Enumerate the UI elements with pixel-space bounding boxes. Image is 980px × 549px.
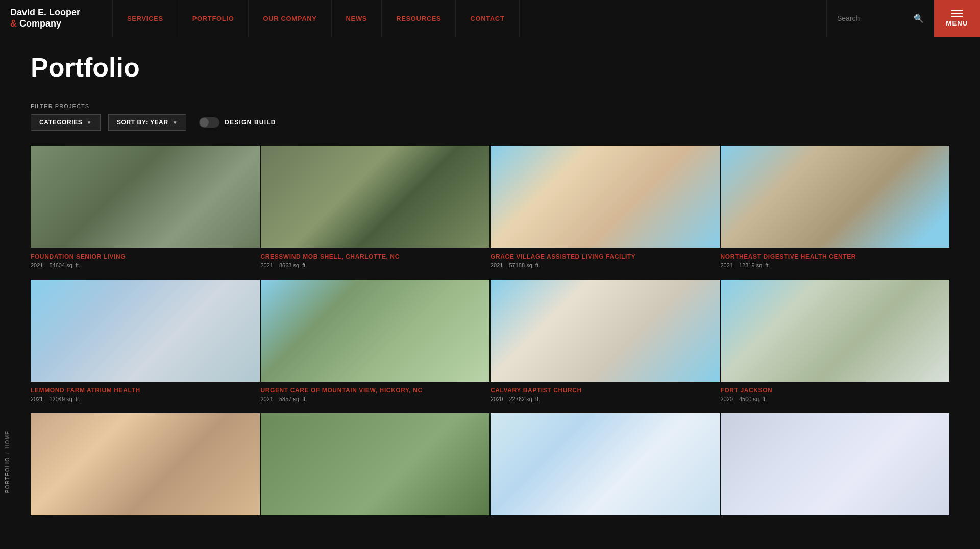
portfolio-image-9 — [261, 413, 490, 515]
portfolio-image-4 — [31, 280, 260, 382]
portfolio-year-7: 2020 — [721, 396, 733, 402]
portfolio-name-1: CRESSWIND MOB SHELL, CHARLOTTE, NC — [261, 253, 490, 260]
portfolio-item-urgent-care-mountain-view[interactable]: URGENT CARE OF MOUNTAIN VIEW, HICKORY, N… — [261, 280, 490, 412]
portfolio-meta-6: 202022762 sq. ft. — [491, 396, 720, 402]
sort-button[interactable]: SORT BY: YEAR ▼ — [108, 114, 186, 131]
portfolio-name-4: LEMMOND FARM ATRIUM HEALTH — [31, 387, 260, 394]
portfolio-meta-0: 202154604 sq. ft. — [31, 262, 260, 268]
portfolio-grid: FOUNDATION SENIOR LIVING202154604 sq. ft… — [31, 146, 949, 531]
nav-contact[interactable]: CONTACT — [456, 0, 519, 37]
portfolio-image-5 — [261, 280, 490, 382]
breadcrumb-separator: / — [5, 452, 11, 454]
portfolio-year-0: 2021 — [31, 262, 43, 268]
nav-resources[interactable]: RESOURCES — [382, 0, 456, 37]
portfolio-item-fort-jackson[interactable]: FORT JACKSON20204500 sq. ft. — [721, 280, 950, 412]
page-title: Portfolio — [31, 37, 949, 93]
portfolio-info-4: LEMMOND FARM ATRIUM HEALTH202112049 sq. … — [31, 382, 260, 412]
portfolio-info-11 — [721, 515, 950, 531]
portfolio-size-3: 12319 sq. ft. — [739, 262, 770, 268]
sort-label: SORT BY: YEAR — [117, 119, 168, 126]
nav-links: SERVICES PORTFOLIO OUR COMPANY NEWS RESO… — [112, 0, 826, 37]
portfolio-info-6: CALVARY BAPTIST CHURCH202022762 sq. ft. — [491, 382, 720, 412]
portfolio-item-project-10[interactable] — [261, 413, 490, 531]
nav-services[interactable]: SERVICES — [112, 0, 178, 37]
breadcrumb-home[interactable]: HOME — [5, 430, 11, 448]
portfolio-image-1 — [261, 146, 490, 248]
portfolio-meta-3: 202112319 sq. ft. — [721, 262, 950, 268]
portfolio-size-0: 54604 sq. ft. — [49, 262, 80, 268]
portfolio-year-4: 2021 — [31, 396, 43, 402]
portfolio-info-2: GRACE VILLAGE ASSISTED LIVING FACILITY20… — [491, 248, 720, 279]
portfolio-meta-1: 20218663 sq. ft. — [261, 262, 490, 268]
portfolio-image-6 — [491, 280, 720, 382]
menu-label: MENU — [946, 19, 968, 27]
search-input[interactable] — [837, 14, 914, 22]
logo[interactable]: David E. Looper& Company — [0, 0, 112, 37]
portfolio-size-4: 12049 sq. ft. — [49, 396, 80, 402]
portfolio-name-2: GRACE VILLAGE ASSISTED LIVING FACILITY — [491, 253, 720, 260]
portfolio-image-0 — [31, 146, 260, 248]
portfolio-image-10 — [491, 413, 720, 515]
portfolio-item-project-11[interactable] — [491, 413, 720, 531]
portfolio-info-9 — [261, 515, 490, 531]
sort-arrow-icon: ▼ — [173, 120, 178, 126]
categories-label: CATEGORIES — [39, 119, 82, 126]
portfolio-year-1: 2021 — [261, 262, 273, 268]
portfolio-size-2: 57188 sq. ft. — [509, 262, 540, 268]
portfolio-info-10 — [491, 515, 720, 531]
page-content: Portfolio FILTER PROJECTS CATEGORIES ▼ S… — [0, 37, 980, 549]
portfolio-meta-5: 20215857 sq. ft. — [261, 396, 490, 402]
portfolio-image-7 — [721, 280, 950, 382]
portfolio-info-3: NORTHEAST DIGESTIVE HEALTH CENTER2021123… — [721, 248, 950, 279]
menu-lines-icon — [951, 10, 963, 17]
portfolio-item-project-12[interactable] — [721, 413, 950, 531]
portfolio-image-3 — [721, 146, 950, 248]
portfolio-name-7: FORT JACKSON — [721, 387, 950, 394]
search-area: 🔍 — [826, 0, 934, 37]
categories-button[interactable]: CATEGORIES ▼ — [31, 114, 101, 131]
breadcrumb-current: PORTFOLIO — [5, 457, 11, 493]
filter-bar: FILTER PROJECTS CATEGORIES ▼ SORT BY: YE… — [31, 103, 949, 131]
menu-button[interactable]: MENU — [934, 0, 980, 37]
search-icon[interactable]: 🔍 — [914, 14, 924, 23]
portfolio-info-0: FOUNDATION SENIOR LIVING202154604 sq. ft… — [31, 248, 260, 279]
portfolio-item-grace-village[interactable]: GRACE VILLAGE ASSISTED LIVING FACILITY20… — [491, 146, 720, 279]
portfolio-image-8 — [31, 413, 260, 515]
main-nav: David E. Looper& Company SERVICES PORTFO… — [0, 0, 980, 37]
portfolio-meta-7: 20204500 sq. ft. — [721, 396, 950, 402]
nav-portfolio[interactable]: PORTFOLIO — [178, 0, 249, 37]
portfolio-image-2 — [491, 146, 720, 248]
portfolio-meta-4: 202112049 sq. ft. — [31, 396, 260, 402]
portfolio-name-6: CALVARY BAPTIST CHURCH — [491, 387, 720, 394]
portfolio-item-cresswind-mob-shell[interactable]: CRESSWIND MOB SHELL, CHARLOTTE, NC202186… — [261, 146, 490, 279]
design-build-toggle[interactable] — [199, 117, 219, 128]
filter-controls: CATEGORIES ▼ SORT BY: YEAR ▼ DESIGN BUIL… — [31, 114, 949, 131]
portfolio-year-5: 2021 — [261, 396, 273, 402]
portfolio-info-1: CRESSWIND MOB SHELL, CHARLOTTE, NC202186… — [261, 248, 490, 279]
nav-news[interactable]: NEWS — [332, 0, 382, 37]
portfolio-size-6: 22762 sq. ft. — [509, 396, 540, 402]
portfolio-item-lemmond-farm[interactable]: LEMMOND FARM ATRIUM HEALTH202112049 sq. … — [31, 280, 260, 412]
portfolio-size-7: 4500 sq. ft. — [739, 396, 767, 402]
portfolio-image-11 — [721, 413, 950, 515]
portfolio-name-0: FOUNDATION SENIOR LIVING — [31, 253, 260, 260]
portfolio-info-8 — [31, 515, 260, 531]
portfolio-item-project-9[interactable] — [31, 413, 260, 531]
portfolio-name-3: NORTHEAST DIGESTIVE HEALTH CENTER — [721, 253, 950, 260]
portfolio-info-7: FORT JACKSON20204500 sq. ft. — [721, 382, 950, 412]
nav-our-company[interactable]: OUR COMPANY — [249, 0, 331, 37]
filter-label: FILTER PROJECTS — [31, 103, 949, 109]
portfolio-item-foundation-senior-living[interactable]: FOUNDATION SENIOR LIVING202154604 sq. ft… — [31, 146, 260, 279]
design-build-toggle-area: DESIGN BUILD — [199, 117, 276, 128]
portfolio-info-5: URGENT CARE OF MOUNTAIN VIEW, HICKORY, N… — [261, 382, 490, 412]
portfolio-item-calvary-baptist[interactable]: CALVARY BAPTIST CHURCH202022762 sq. ft. — [491, 280, 720, 412]
design-build-label: DESIGN BUILD — [225, 119, 276, 126]
portfolio-name-5: URGENT CARE OF MOUNTAIN VIEW, HICKORY, N… — [261, 387, 490, 394]
categories-arrow-icon: ▼ — [86, 120, 92, 126]
portfolio-year-6: 2020 — [491, 396, 503, 402]
breadcrumb: PORTFOLIO / HOME — [0, 425, 15, 498]
toggle-knob — [200, 118, 209, 127]
portfolio-size-5: 5857 sq. ft. — [279, 396, 307, 402]
portfolio-size-1: 8663 sq. ft. — [279, 262, 307, 268]
portfolio-item-northeast-digestive[interactable]: NORTHEAST DIGESTIVE HEALTH CENTER2021123… — [721, 146, 950, 279]
